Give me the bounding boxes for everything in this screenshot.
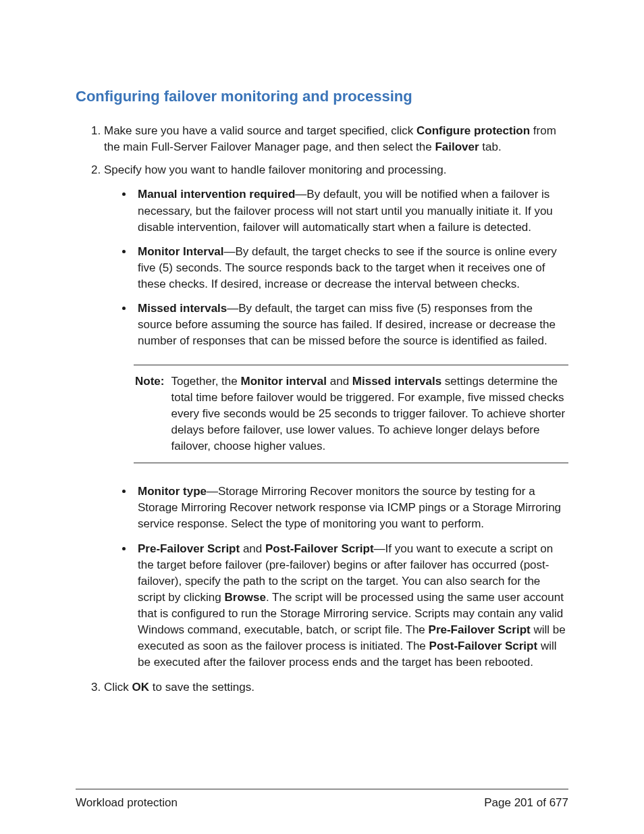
instruction-list: Make sure you have a valid source and ta… [76,123,568,696]
text: Make sure you have a valid source and ta… [104,124,417,137]
bold-term: Missed intervals [352,375,441,388]
footer-section-title: Workload protection [76,796,178,810]
list-item: Manual intervention required—By default,… [134,186,568,235]
text: and [327,375,352,388]
bold-term: Manual intervention required [138,188,295,201]
step-1: Make sure you have a valid source and ta… [104,123,568,155]
document-page: Configuring failover monitoring and proc… [0,0,644,834]
page-footer: Workload protection Page 201 of 677 [76,789,568,810]
bold-term: Pre-Failover Script [138,542,240,555]
bold-term: Post-Failover Script [265,542,374,555]
text: and [240,542,265,555]
text: Click [104,681,132,694]
text: to save the settings. [149,681,254,694]
bold-term: Post-Failover Script [429,640,538,652]
step-3: Click OK to save the settings. [104,679,568,696]
text: Specify how you want to handle failover … [104,163,446,176]
footer-page-number: Page 201 of 677 [484,796,568,810]
bold-term: OK [132,681,150,694]
note-label: Note: [135,373,164,390]
footer-rule [76,789,568,789]
options-list-continued: Monitor type—Storage Mirroring Recover m… [104,484,568,671]
text: tab. [479,140,502,153]
bold-term: Configure protection [417,124,530,137]
text: Together, the [171,375,240,388]
note-body: Together, the Monitor interval and Misse… [171,373,567,455]
note-box: Note: Together, the Monitor interval and… [134,365,568,464]
options-list: Manual intervention required—By default,… [104,186,568,349]
list-item: Monitor type—Storage Mirroring Recover m… [134,484,568,532]
bold-term: Monitor interval [240,375,327,388]
bold-term: Browse [224,591,265,604]
bold-term: Pre-Failover Script [429,623,531,636]
bold-term: Monitor Interval [138,245,224,258]
bold-term: Monitor type [138,485,207,498]
bold-term: Missed intervals [138,302,227,315]
section-heading: Configuring failover monitoring and proc… [76,88,568,105]
bold-term: Failover [435,140,479,153]
list-item: Monitor Interval—By default, the target … [134,244,568,292]
list-item: Missed intervals—By default, the target … [134,301,568,349]
list-item: Pre-Failover Script and Post-Failover Sc… [134,541,568,671]
step-2: Specify how you want to handle failover … [104,162,568,671]
